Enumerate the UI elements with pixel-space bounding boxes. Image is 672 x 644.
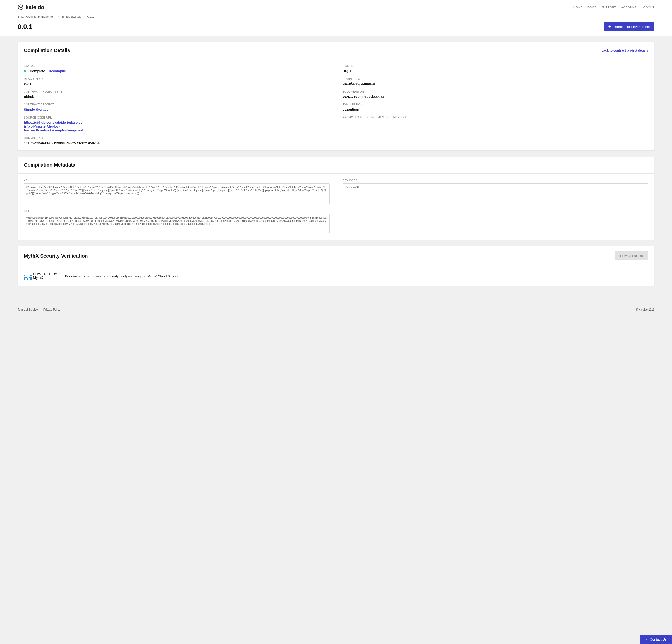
source-url-label: SOURCE CODE URL [24,116,330,119]
footer: Terms of Service Privacy Policy © Kaleid… [0,306,672,320]
breadcrumb-item-project[interactable]: Simple Storage [61,15,81,18]
footer-privacy[interactable]: Privacy Policy [44,308,60,311]
compiled-at-value: 05/10/2019, 23:00:18 [343,82,648,86]
page-title: 0.0.1 [17,23,33,31]
nav-home[interactable]: HOME [573,5,583,9]
logo-icon [17,4,24,10]
breadcrumb: Smart Contract Management > Simple Stora… [17,15,655,18]
project-label: CONTRACT PROJECT [24,103,330,106]
nav-logout[interactable]: LOGOUT [641,5,655,9]
project-link[interactable]: Simple Storage [24,107,48,111]
plus-icon: + [609,24,611,29]
mythx-logo: POWERED BY MythX [24,272,57,279]
coming-soon-button: COMING SOON [615,251,648,261]
project-type-value: github [24,95,330,98]
commit-label: COMMIT HASH [24,136,330,140]
recompile-link[interactable]: Recompile [49,69,66,73]
promote-button[interactable]: + Promote To Environment [604,22,655,31]
owner-value: Org 1 [343,69,648,73]
nav-support[interactable]: SUPPORT [601,5,616,9]
devdocs-box[interactable] [343,183,648,204]
description-label: DESCRIPTION [24,77,330,81]
evm-label: EVM VERSION [343,103,648,106]
nav-docs[interactable]: DOCS [588,5,597,9]
status-label: STATUS [24,64,330,68]
mythx-heading: MythX Security Verification [24,253,88,259]
abi-label: ABI [24,179,330,182]
nav-account[interactable]: ACCOUNT [621,5,636,9]
compilation-metadata-panel: Compilation Metadata ABI BYTECODE DEV DO… [17,157,655,240]
top-nav: HOME DOCS SUPPORT ACCOUNT LOGOUT [573,5,655,9]
footer-copyright: © Kaleido 2019 [636,308,655,311]
owner-label: OWNER [343,64,648,68]
promoted-label: PROMOTED TO ENVIRONMENTS - (ENDPOINT) [343,116,648,119]
compilation-details-panel: Compilation Details back to contract pro… [17,42,655,150]
bytecode-box[interactable] [24,214,330,234]
status-value: Complete [30,69,45,73]
project-type-label: CONTRACT PROJECT TYPE [24,90,330,93]
compilation-metadata-heading: Compilation Metadata [24,162,75,168]
back-to-project-link[interactable]: back to contract project details [601,49,648,52]
commit-value: 1016f9c2ba6439091998993d99ff2a1d021d5075… [24,141,330,145]
compilation-details-heading: Compilation Details [24,48,70,53]
mythx-description: Perform static and dynamic security anal… [65,274,180,278]
evm-value: byzantium [343,107,648,111]
solc-label: SOLC VERSION [343,90,648,93]
description-value: 0.0.1 [24,82,330,86]
mythx-name: MythX [33,276,57,279]
source-url-link[interactable]: https://github.com/kaleido-io/kaleido-js… [24,121,96,132]
breadcrumb-item-version: 0.0.1 [87,15,94,18]
mythx-pixel-icon [24,275,32,279]
footer-tos[interactable]: Terms of Service [17,308,38,311]
compiled-at-label: COMPILED AT [343,77,648,81]
solc-value: v0.4.17+commit.bdeb9e52 [343,95,648,98]
mythx-panel: MythX Security Verification COMING SOON … [17,246,655,286]
status-dot-icon [24,70,26,72]
mythx-powered-by: POWERED BY [33,272,57,276]
abi-box[interactable] [24,183,330,204]
logo-text: kaleido [26,4,44,10]
breadcrumb-item-management[interactable]: Smart Contract Management [17,15,55,18]
logo[interactable]: kaleido [17,4,44,10]
devdocs-label: DEV DOCS [343,179,648,182]
bytecode-label: BYTECODE [24,210,330,213]
